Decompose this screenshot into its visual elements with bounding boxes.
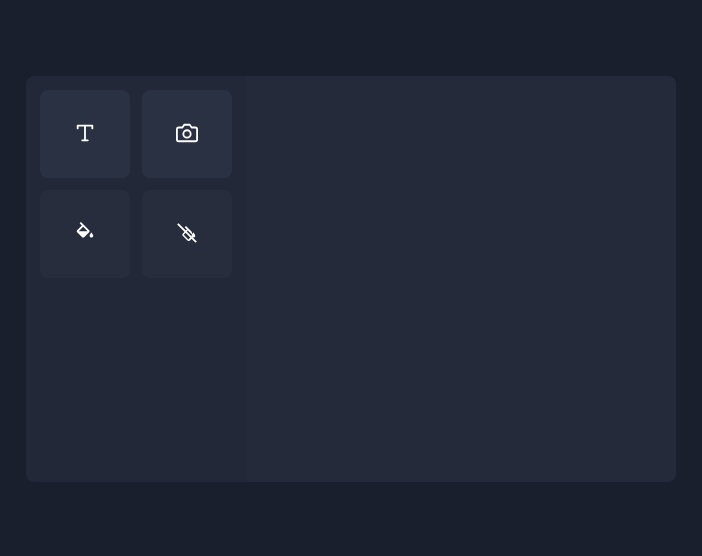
camera-tool-button[interactable] <box>142 90 232 178</box>
tool-sidebar <box>26 76 246 482</box>
text-icon <box>74 122 96 147</box>
no-fill-tool-button[interactable] <box>142 190 232 278</box>
svg-point-2 <box>183 130 190 137</box>
fill-tool-button[interactable] <box>40 190 130 278</box>
text-tool-button[interactable] <box>40 90 130 178</box>
canvas-area[interactable] <box>246 76 676 482</box>
editor-container <box>0 0 702 556</box>
no-fill-icon <box>176 222 198 247</box>
camera-icon <box>176 122 198 147</box>
tool-grid <box>40 90 232 278</box>
fill-icon <box>74 222 96 247</box>
